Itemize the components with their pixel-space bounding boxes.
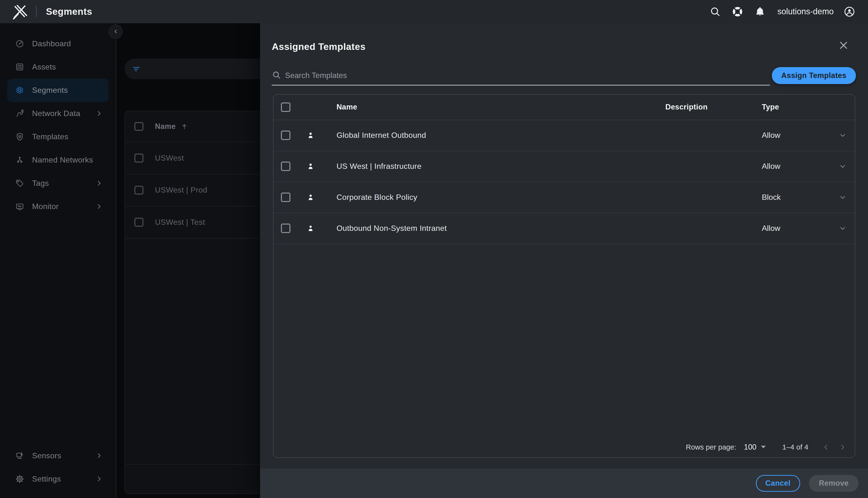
chevron-down-icon[interactable] <box>838 192 848 202</box>
select-all-checkbox[interactable] <box>281 103 290 112</box>
rows-per-page-select[interactable]: 100 <box>744 443 766 451</box>
drawer-footer: Cancel Remove <box>260 469 868 498</box>
next-page-icon[interactable] <box>836 441 849 454</box>
assets-icon <box>15 62 25 72</box>
account-icon[interactable] <box>843 5 856 18</box>
topbar: Segments solutions-demo <box>0 0 868 23</box>
previous-page-icon[interactable] <box>819 441 833 454</box>
sidebar-item-label: Assets <box>32 63 56 71</box>
select-all-checkbox[interactable] <box>134 122 143 131</box>
sidebar-item-monitor[interactable]: Monitor <box>7 195 109 218</box>
template-type: Allow <box>753 162 830 171</box>
template-row[interactable]: Corporate Block PolicyBlock <box>273 182 855 213</box>
search-icon[interactable] <box>709 6 721 17</box>
person-icon <box>306 131 315 140</box>
segment-name: USWest | Prod <box>155 185 207 195</box>
segment-name: USWest | Test <box>155 218 205 227</box>
account-name[interactable]: solutions-demo <box>777 7 833 16</box>
column-header-name[interactable]: Name <box>155 122 176 131</box>
sensors-icon <box>15 451 25 460</box>
expand-cell <box>830 223 855 233</box>
templates-table-header: Name Description Type <box>273 95 855 120</box>
chevron-right-icon <box>95 109 104 118</box>
sidebar-item-label: Segments <box>32 86 68 95</box>
person-cell <box>298 161 323 171</box>
sort-ascending-icon[interactable] <box>180 122 188 131</box>
search-icon <box>272 70 281 80</box>
template-name: US West | Infrastructure <box>323 162 620 171</box>
checkbox-cell <box>273 224 298 233</box>
sidebar-item-label: Monitor <box>32 202 59 211</box>
sidebar-item-assets[interactable]: Assets <box>7 55 109 79</box>
sidebar-item-templates[interactable]: Templates <box>7 125 109 148</box>
person-icon <box>306 224 315 233</box>
monitor-icon <box>15 202 25 211</box>
row-checkbox[interactable] <box>281 193 290 202</box>
close-icon[interactable] <box>838 39 850 51</box>
row-checkbox[interactable] <box>134 154 143 162</box>
tags-icon <box>15 179 25 188</box>
template-row[interactable]: Global Internet OutboundAllow <box>273 120 855 151</box>
sidebar-item-dashboard[interactable]: Dashboard <box>7 32 109 55</box>
chevron-right-icon <box>95 202 104 211</box>
sidebar-item-label: Tags <box>32 179 49 188</box>
assigned-templates-drawer: Assigned Templates Assign Templates Name… <box>260 23 868 498</box>
checkbox-cell <box>273 193 298 202</box>
column-header-description[interactable]: Description <box>620 103 753 112</box>
template-row[interactable]: US West | InfrastructureAllow <box>273 151 855 182</box>
drawer-title: Assigned Templates <box>272 41 366 52</box>
row-checkbox[interactable] <box>281 161 290 171</box>
search-field <box>272 67 770 86</box>
expand-cell <box>830 130 855 140</box>
sidebar-item-named-networks[interactable]: Named Networks <box>7 148 109 171</box>
template-type: Block <box>753 193 830 202</box>
person-cell <box>298 224 323 233</box>
template-type: Allow <box>753 224 830 233</box>
sidebar-item-network-data[interactable]: Network Data <box>7 102 109 125</box>
settings-icon <box>15 474 25 484</box>
sidebar-item-sensors[interactable]: Sensors <box>7 444 109 467</box>
row-checkbox[interactable] <box>281 224 290 233</box>
sidebar-item-tags[interactable]: Tags <box>7 171 109 195</box>
chevron-right-icon <box>95 451 104 460</box>
pagination-range: 1–4 of 4 <box>782 443 808 451</box>
chevron-down-icon[interactable] <box>838 161 848 171</box>
help-icon[interactable] <box>732 5 744 18</box>
segments-icon <box>15 86 25 95</box>
segment-name: USWest <box>155 154 184 162</box>
cancel-button[interactable]: Cancel <box>756 475 800 492</box>
column-header-type[interactable]: Type <box>753 103 830 112</box>
network-data-icon <box>15 109 25 118</box>
person-cell <box>298 131 323 140</box>
sidebar-item-label: Network Data <box>32 109 80 118</box>
row-checkbox[interactable] <box>281 131 290 140</box>
column-header-name[interactable]: Name <box>323 103 620 112</box>
dashboard-icon <box>15 39 25 49</box>
remove-button[interactable]: Remove <box>809 475 858 492</box>
template-row[interactable]: Outbound Non-System IntranetAllow <box>273 213 855 244</box>
checkbox-cell <box>273 161 298 171</box>
sidebar-item-segments[interactable]: Segments <box>7 79 109 102</box>
search-templates-input[interactable] <box>272 67 770 86</box>
row-checkbox[interactable] <box>134 218 143 227</box>
filter-icon[interactable] <box>132 64 141 74</box>
person-cell <box>298 193 323 202</box>
brand-logo-icon <box>11 3 28 20</box>
sidebar: DashboardAssetsSegmentsNetwork DataTempl… <box>0 23 116 498</box>
assign-templates-button[interactable]: Assign Templates <box>772 67 856 84</box>
person-icon <box>306 193 315 202</box>
sidebar-item-settings[interactable]: Settings <box>7 467 109 490</box>
bell-icon[interactable] <box>754 6 766 17</box>
drawer-search-row: Assign Templates <box>272 67 856 86</box>
page-title: Segments <box>46 6 92 17</box>
chevron-down-icon[interactable] <box>838 223 848 233</box>
chevron-down-icon[interactable] <box>838 130 848 140</box>
chevron-right-icon <box>95 179 104 188</box>
caret-down-icon <box>761 446 766 448</box>
sidebar-item-label: Sensors <box>32 451 62 460</box>
rows-per-page-value: 100 <box>744 443 757 451</box>
sidebar-item-label: Settings <box>32 474 61 484</box>
row-checkbox[interactable] <box>134 186 143 195</box>
sidebar-item-label: Named Networks <box>32 156 93 165</box>
sidebar-collapse-button[interactable] <box>108 25 123 39</box>
